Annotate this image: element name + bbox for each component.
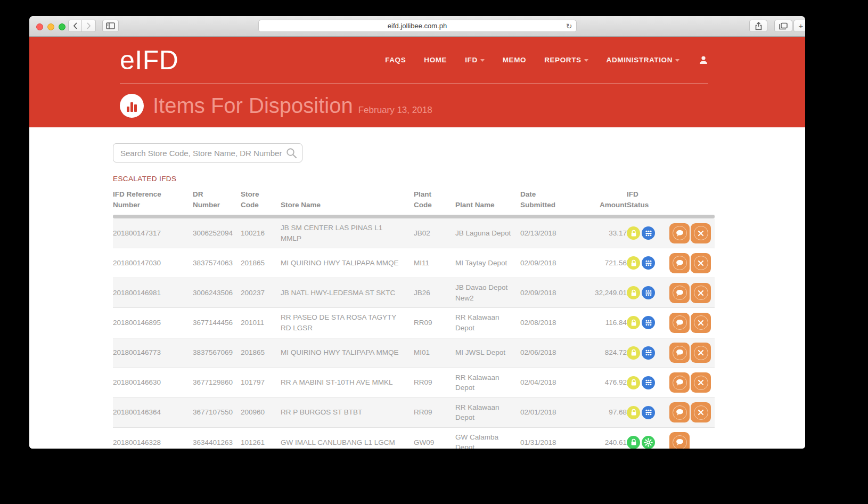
cell-date-submitted: 02/06/2018: [520, 343, 579, 362]
chat-bubble-icon: [676, 230, 684, 237]
cell-amount: 721.56: [579, 254, 627, 273]
cell-ifd-reference-number: 201800146895: [113, 313, 193, 332]
app-header: eIFD FAQS HOME IFD MEMO REPORTS ADMINIST…: [29, 37, 805, 127]
table-row: 201800146773 3837567069 201865 MI QUIRIN…: [113, 338, 715, 368]
lock-status-icon: [627, 226, 640, 240]
tabs-overview-button[interactable]: [774, 20, 792, 32]
nav-item-home[interactable]: HOME: [424, 56, 447, 64]
lock-status-icon: [627, 436, 640, 449]
cell-plant-code: RR09: [414, 403, 455, 422]
cell-plant-name: JB Laguna Depot: [455, 224, 520, 243]
nav-item-reports[interactable]: REPORTS: [544, 56, 588, 64]
comment-button[interactable]: [669, 283, 690, 303]
back-icon: [72, 22, 78, 30]
dismiss-button[interactable]: [691, 372, 711, 393]
comment-button[interactable]: [669, 223, 690, 243]
nav-item-administration[interactable]: ADMINISTRATION: [607, 56, 679, 64]
col-header-amount: Amount: [579, 200, 627, 210]
table-body: 201800147317 3006252094 100216 JB SM CEN…: [113, 218, 715, 449]
search-icon: [285, 147, 298, 159]
comment-button[interactable]: [669, 432, 690, 449]
dots-icon: [644, 408, 653, 417]
lock-status-icon: [627, 376, 640, 389]
forward-button[interactable]: [82, 20, 96, 32]
table-row: 201800146981 3006243506 200237 JB NATL H…: [113, 278, 715, 308]
cell-ifd-status: [627, 432, 669, 449]
zoom-window-button[interactable]: [59, 23, 65, 30]
dismiss-button[interactable]: [691, 343, 711, 363]
lock-icon: [629, 259, 638, 267]
dots-icon: [644, 378, 653, 387]
nav-item-faqs[interactable]: FAQS: [385, 56, 406, 64]
cell-date-submitted: 02/13/2018: [520, 224, 579, 243]
process-status-icon: [642, 406, 655, 419]
close-window-button[interactable]: [36, 23, 43, 30]
cell-actions: [669, 308, 715, 337]
lock-icon: [629, 289, 638, 297]
lock-icon: [629, 319, 638, 327]
comment-button[interactable]: [669, 253, 690, 273]
cell-amount: 116.84: [579, 313, 627, 332]
reload-button[interactable]: ↻: [566, 21, 572, 32]
table-row: 201800146364 3677107550 200960 RR P BURG…: [113, 398, 715, 428]
dots-icon: [644, 229, 653, 238]
process-status-icon: [642, 226, 655, 240]
back-button[interactable]: [68, 20, 82, 32]
x-icon: [698, 379, 704, 386]
comment-button[interactable]: [669, 313, 690, 333]
cell-plant-code: JB26: [414, 283, 455, 303]
window-controls: [36, 23, 65, 30]
cell-store-name: JB SM CENTER LAS PINAS L1 MMLP: [281, 218, 414, 248]
table-header-row: IFD Reference Number DR Number Store Cod…: [113, 189, 715, 215]
brand-logo[interactable]: eIFD: [120, 47, 178, 74]
chat-bubble-icon: [676, 289, 684, 297]
gear-icon: [644, 438, 653, 447]
cell-actions: [669, 279, 715, 307]
chat-bubble-icon: [676, 259, 684, 267]
cell-ifd-reference-number: 201800147317: [113, 224, 193, 243]
cell-store-code: 201011: [241, 313, 281, 332]
address-bar[interactable]: eifd.jollibee.com.ph ↻: [258, 20, 577, 32]
dismiss-button[interactable]: [691, 253, 711, 273]
dots-icon: [644, 289, 653, 297]
minimize-window-button[interactable]: [47, 23, 54, 30]
dismiss-button[interactable]: [691, 313, 711, 333]
cell-dr-number: 3677107550: [193, 403, 241, 422]
cell-store-code: 200237: [241, 283, 281, 303]
share-icon: [755, 22, 763, 30]
cell-plant-name: JB Davao Depot New2: [455, 278, 520, 307]
cell-ifd-status: [627, 252, 669, 274]
table-row: 201800147317 3006252094 100216 JB SM CEN…: [113, 218, 715, 248]
nav-item-memo[interactable]: MEMO: [503, 56, 526, 64]
search-input[interactable]: [113, 143, 302, 162]
cell-store-code: 201865: [241, 254, 281, 273]
cell-date-submitted: 01/31/2018: [520, 433, 579, 449]
table-horizontal-scrollbar[interactable]: [113, 215, 715, 218]
cell-ifd-status: [627, 222, 669, 244]
comment-button[interactable]: [669, 343, 690, 363]
col-header-dr-number: DR Number: [193, 189, 241, 210]
comment-button[interactable]: [669, 402, 690, 422]
dismiss-button[interactable]: [691, 223, 711, 243]
cell-plant-name: GW Calamba Depot: [455, 428, 520, 449]
col-header-plant-name: Plant Name: [455, 200, 520, 210]
nav-item-ifd[interactable]: IFD: [465, 56, 485, 64]
table-row: 201800146895 3677144456 201011 RR PASEO …: [113, 308, 715, 338]
new-tab-button[interactable]: +: [793, 20, 805, 32]
cell-ifd-status: [627, 372, 669, 394]
cell-dr-number: 3006243506: [193, 283, 241, 303]
chat-bubble-icon: [676, 438, 684, 446]
comment-button[interactable]: [669, 372, 690, 393]
chat-bubble-icon: [676, 319, 684, 327]
lock-icon: [629, 438, 638, 446]
sidebar-toggle-button[interactable]: [102, 20, 119, 32]
dismiss-button[interactable]: [691, 283, 711, 303]
cell-ifd-reference-number: 201800146328: [113, 433, 193, 449]
user-icon[interactable]: [699, 55, 708, 64]
cell-amount: 240.61: [579, 433, 627, 449]
cell-actions: [669, 249, 715, 278]
dismiss-button[interactable]: [691, 402, 711, 422]
table-row: 201800146328 3634401263 101261 GW IMALL …: [113, 428, 715, 449]
share-button[interactable]: [749, 20, 767, 32]
cell-ifd-status: [627, 282, 669, 304]
